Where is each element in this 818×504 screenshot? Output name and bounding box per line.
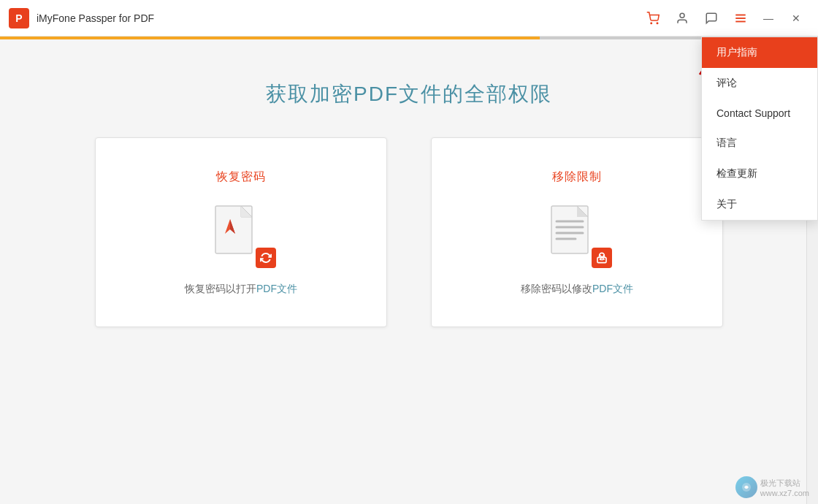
remove-card-icon: ✕ xyxy=(548,202,606,268)
chat-icon-btn[interactable] xyxy=(700,7,723,30)
progress-segment-2 xyxy=(270,37,540,39)
remove-card-desc: 移除密码以修改PDF文件 xyxy=(521,283,633,296)
svg-point-2 xyxy=(680,13,684,18)
recover-desc-highlight: PDF文件 xyxy=(256,283,297,294)
main-title: 获取加密PDF文件的全部权限 xyxy=(266,80,552,108)
remove-restriction-card[interactable]: 移除限制 xyxy=(431,137,723,327)
cards-row: 恢复密码 xyxy=(95,137,723,327)
svg-point-1 xyxy=(657,23,658,24)
recover-card-icon xyxy=(212,202,270,268)
progress-bar xyxy=(0,37,818,39)
cart-icon-btn[interactable] xyxy=(641,7,665,30)
app-title: iMyFone Passper for PDF xyxy=(37,12,154,24)
logo-letter: P xyxy=(15,12,22,24)
bottom-brand: 极光下载站www.xz7.com xyxy=(735,476,809,498)
minimize-button[interactable]: — xyxy=(755,5,781,31)
app-logo: P xyxy=(9,8,29,28)
menu-item-check-update[interactable]: 检查更新 xyxy=(702,159,817,189)
menu-item-review[interactable]: 评论 xyxy=(702,68,817,99)
menu-item-language[interactable]: 语言 xyxy=(702,128,817,159)
close-button[interactable]: ✕ xyxy=(783,5,809,31)
refresh-badge xyxy=(256,248,276,268)
main-content: 获取加密PDF文件的全部权限 恢复密码 xyxy=(0,37,818,342)
recover-desc-prefix: 恢复密码以打开 xyxy=(185,283,256,294)
titlebar-icons xyxy=(641,7,752,30)
window-controls: — ✕ xyxy=(755,5,809,31)
user-icon-btn[interactable] xyxy=(670,7,694,30)
menu-item-user-guide[interactable]: 用户指南 xyxy=(702,37,817,68)
recover-password-card[interactable]: 恢复密码 xyxy=(95,137,387,327)
brand-logo-icon xyxy=(735,476,757,498)
brand-text: 极光下载站www.xz7.com xyxy=(760,478,809,497)
progress-segment-1 xyxy=(0,37,270,39)
svg-point-0 xyxy=(651,23,652,24)
menu-icon-btn[interactable] xyxy=(729,7,752,30)
titlebar: P iMyFone Passper for PDF xyxy=(0,0,818,37)
menu-item-about[interactable]: 关于 xyxy=(702,189,817,220)
remove-desc-prefix: 移除密码以修改 xyxy=(521,283,592,294)
remove-desc-highlight: PDF文件 xyxy=(592,283,633,294)
menu-item-contact-support[interactable]: Contact Support xyxy=(702,99,817,128)
remove-card-title: 移除限制 xyxy=(552,169,602,185)
recover-card-desc: 恢复密码以打开PDF文件 xyxy=(185,283,297,296)
dropdown-menu: 用户指南 评论 Contact Support 语言 检查更新 关于 xyxy=(701,37,818,221)
x-badge: ✕ xyxy=(592,248,612,268)
recover-card-title: 恢复密码 xyxy=(216,169,266,185)
